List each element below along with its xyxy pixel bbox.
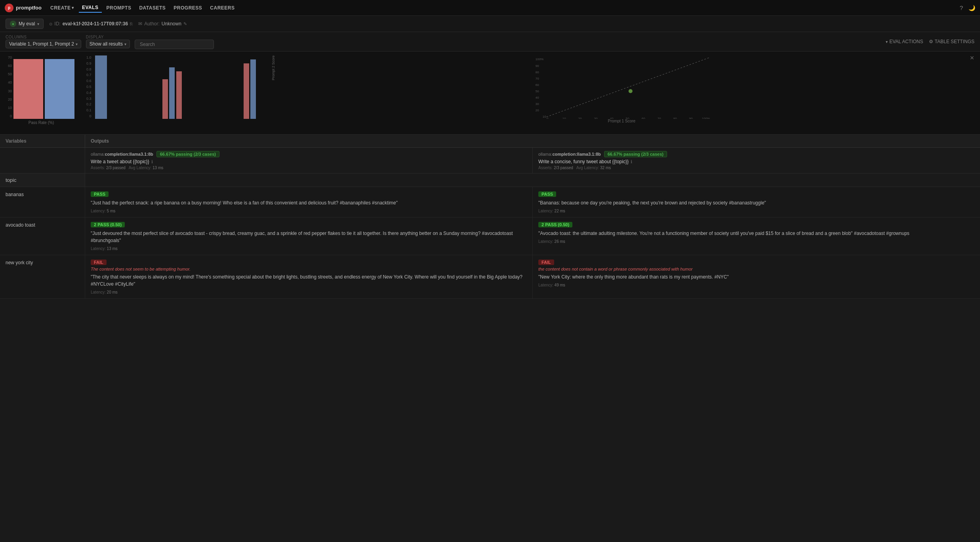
svg-text:10: 10 bbox=[542, 115, 546, 118]
scatter-chart: Prompt 2 Score 100% 90 80 70 60 50 40 30… bbox=[271, 55, 972, 131]
outputs-header: Outputs bbox=[85, 135, 980, 147]
svg-point-28 bbox=[628, 89, 632, 93]
svg-text:60: 60 bbox=[535, 83, 539, 87]
nav-careers[interactable]: CAREERS bbox=[207, 4, 238, 12]
svg-text:0: 0 bbox=[546, 117, 548, 119]
svg-text:40: 40 bbox=[610, 117, 613, 119]
output-bananas-1: PASS "Just had the perfect snack: a ripe… bbox=[85, 187, 533, 217]
prompt2-pass-badge: 66.67% passing (2/3 cases) bbox=[604, 151, 667, 157]
svg-rect-2 bbox=[169, 67, 175, 119]
columns-select[interactable]: Variable 1, Prompt 1, Prompt 2 ▾ bbox=[6, 40, 81, 48]
table-settings-button[interactable]: ⚙ TABLE SETTINGS bbox=[929, 39, 974, 44]
svg-text:80: 80 bbox=[535, 71, 539, 74]
sub-header: ● My eval ▾ ⊙ ID: eval-k1f-2024-11-17T09… bbox=[0, 16, 980, 32]
prompt2-info-icon[interactable]: ℹ bbox=[631, 159, 632, 164]
bar-prompt2 bbox=[45, 59, 74, 119]
nav-prompts[interactable]: PROMPTS bbox=[103, 4, 135, 12]
copy-button[interactable]: ⎘ bbox=[130, 21, 133, 26]
charts-area: 706050403020100 Pass Rate (%) 1.00.90.80… bbox=[0, 52, 980, 135]
search-input[interactable] bbox=[135, 40, 214, 49]
prompt1-pass-badge: 66.67% passing (2/3 cases) bbox=[156, 151, 219, 157]
settings-icon: ⚙ bbox=[929, 39, 933, 44]
main-table: Variables Outputs ollama:completion:llam… bbox=[0, 135, 980, 530]
pass-rate-chart: 706050403020100 Pass Rate (%) bbox=[8, 55, 74, 131]
nav-create[interactable]: CREATE ▾ bbox=[47, 4, 77, 12]
bar-prompt1 bbox=[13, 59, 43, 119]
svg-text:30: 30 bbox=[594, 117, 597, 119]
dropdown-icon: ▾ bbox=[37, 22, 39, 26]
svg-text:40: 40 bbox=[535, 96, 539, 99]
edit-author-icon[interactable]: ✎ bbox=[183, 21, 187, 27]
prompt-2-header: ollama:completion:llama3.1:8b 66.67% pas… bbox=[533, 148, 980, 173]
output-bananas-2: PASS "Bananas: because one day you're pe… bbox=[533, 187, 980, 217]
svg-text:50: 50 bbox=[535, 90, 539, 93]
svg-rect-5 bbox=[250, 59, 256, 119]
variables-header: Variables bbox=[0, 135, 85, 147]
output-avocado-1: 2 PASS (0.50) "Just devoured the most pe… bbox=[85, 218, 533, 255]
svg-text:70: 70 bbox=[657, 117, 661, 119]
close-charts-button[interactable]: ✕ bbox=[970, 55, 974, 61]
svg-rect-4 bbox=[244, 63, 249, 119]
columns-dropdown-icon: ▾ bbox=[76, 42, 78, 46]
svg-text:90: 90 bbox=[535, 64, 539, 68]
svg-text:30: 30 bbox=[535, 102, 539, 106]
author-section: ✉ Author: Unknown ✎ bbox=[138, 21, 187, 27]
svg-text:90: 90 bbox=[689, 117, 692, 119]
eval-selector[interactable]: ● My eval ▾ bbox=[6, 19, 44, 29]
eval-id: ⊙ ID: eval-k1f-2024-11-17T09:07:36 ⎘ bbox=[49, 21, 133, 27]
display-select[interactable]: Show all results ▾ bbox=[86, 40, 130, 48]
nav-evals[interactable]: EVALS bbox=[79, 3, 102, 13]
prompt-1-header: ollama:completion:llama3.1:8b 66.67% pas… bbox=[85, 148, 533, 173]
svg-text:70: 70 bbox=[535, 77, 539, 80]
svg-rect-3 bbox=[176, 71, 182, 119]
histogram-chart: 1.00.90.80.70.60.50.40.30.20.10 0 0.1 0.… bbox=[86, 55, 259, 131]
prompt1-info-icon[interactable]: ℹ bbox=[151, 159, 153, 164]
topic-variable-label: topic bbox=[0, 174, 85, 187]
help-icon[interactable]: ? bbox=[960, 4, 963, 11]
row-variable-bananas: bananas bbox=[0, 187, 85, 217]
svg-text:50: 50 bbox=[625, 117, 629, 119]
nav-progress[interactable]: PROGRESS bbox=[170, 4, 205, 12]
svg-rect-1 bbox=[162, 79, 168, 119]
output-avocado-2: 2 PASS (0.50) "Avocado toast: the ultima… bbox=[533, 218, 980, 255]
svg-text:100%: 100% bbox=[702, 117, 709, 119]
columns-label: Columns bbox=[6, 35, 81, 39]
svg-line-27 bbox=[546, 57, 709, 117]
logo[interactable]: p promptfoo bbox=[5, 4, 42, 12]
svg-text:60: 60 bbox=[641, 117, 645, 119]
nav-datasets[interactable]: DATASETS bbox=[136, 4, 169, 12]
display-label: Display bbox=[86, 35, 130, 39]
table-row: new york city FAIL The content does not … bbox=[0, 255, 980, 299]
svg-text:100%: 100% bbox=[535, 57, 543, 61]
svg-text:20: 20 bbox=[535, 109, 539, 112]
svg-text:20: 20 bbox=[578, 117, 582, 119]
theme-icon[interactable]: 🌙 bbox=[969, 5, 975, 11]
table-row: bananas PASS "Just had the perfect snack… bbox=[0, 187, 980, 218]
row-variable-avocado: avocado toast bbox=[0, 218, 85, 255]
top-nav: p promptfoo CREATE ▾ EVALS PROMPTS DATAS… bbox=[0, 0, 980, 16]
svg-rect-0 bbox=[95, 55, 107, 119]
eval-actions-button[interactable]: ▾ EVAL ACTIONS bbox=[886, 39, 923, 44]
display-dropdown-icon: ▾ bbox=[124, 42, 126, 46]
output-nyc-1: FAIL The content does not seem to be att… bbox=[85, 255, 533, 298]
table-row: avocado toast 2 PASS (0.50) "Just devour… bbox=[0, 218, 980, 255]
svg-text:80: 80 bbox=[673, 117, 677, 119]
svg-text:10: 10 bbox=[562, 117, 566, 119]
toolbar: Columns Variable 1, Prompt 1, Prompt 2 ▾… bbox=[0, 32, 980, 52]
row-variable-nyc: new york city bbox=[0, 255, 85, 298]
output-nyc-2: FAIL the content does not contain a word… bbox=[533, 255, 980, 298]
